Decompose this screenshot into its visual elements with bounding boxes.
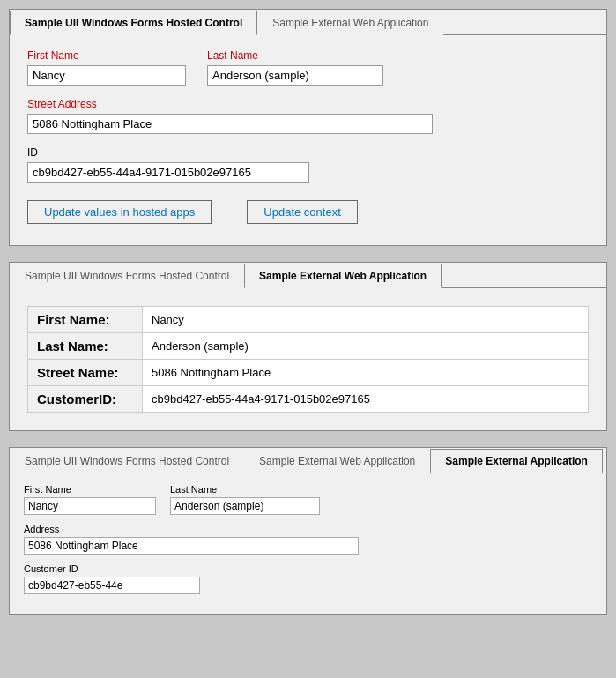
panel3-first-name-group: First Name [24,484,156,515]
tab-panel2-web-app[interactable]: Sample External Web Application [244,264,442,288]
update-context-button[interactable]: Update context [247,200,357,224]
panel3-last-name-group: Last Name [170,484,320,515]
panel2-last-name-label: Last Name: [28,333,143,360]
panel1-address-row: Street Address [27,98,589,134]
panel1-first-name-label: First Name [27,49,186,62]
panel1-id-row: ID [27,146,589,183]
panel3-last-name-input[interactable] [170,497,320,515]
panel2-content: First Name: Nancy Last Name: Anderson (s… [10,288,606,430]
panel3-customer-id-label: Customer ID [24,563,200,574]
panel3-customer-id-group: Customer ID [24,563,200,594]
update-hosted-button[interactable]: Update values in hosted apps [27,200,212,224]
tab-panel1-web-app[interactable]: Sample External Web Application [257,11,443,35]
table-row: First Name: Nancy [28,307,589,333]
panel3-address-row: Address [24,524,592,555]
panel1-first-name-group: First Name [27,49,186,86]
panel-3: Sample UII Windows Forms Hosted Control … [9,447,607,615]
panel2-customer-id-value: cb9bd427-eb55-44a4-9171-015b02e97165 [143,386,589,413]
panel1-street-address-input[interactable] [27,114,433,134]
panel3-address-group: Address [24,524,359,555]
panel2-first-name-label: First Name: [28,307,143,333]
panel1-content: First Name Last Name Street Address ID U… [10,35,606,245]
panel1-last-name-label: Last Name [207,49,383,62]
panel1-first-name-input[interactable] [27,65,186,86]
panel3-address-label: Address [24,524,359,534]
panel1-button-row: Update values in hosted apps Update cont… [27,200,589,224]
panel3-address-input[interactable] [24,537,359,555]
panel1-name-row: First Name Last Name [27,49,589,86]
panel3-last-name-label: Last Name [170,484,320,495]
panel2-last-name-value: Anderson (sample) [143,333,589,360]
panel2-tab-bar: Sample UII Windows Forms Hosted Control … [10,263,606,288]
panel3-tab-bar: Sample UII Windows Forms Hosted Control … [10,448,606,473]
panel1-id-label: ID [27,146,309,159]
tab-panel2-windows-forms[interactable]: Sample UII Windows Forms Hosted Control [10,264,244,288]
tab-panel1-windows-forms[interactable]: Sample UII Windows Forms Hosted Control [10,11,257,35]
tab-panel3-web-app[interactable]: Sample External Web Application [244,449,430,473]
panel3-name-row: First Name Last Name [24,484,592,515]
panel1-tab-bar: Sample UII Windows Forms Hosted Control … [10,10,606,35]
panel1-street-address-label: Street Address [27,98,433,110]
panel1-street-address-group: Street Address [27,98,433,134]
table-row: Last Name: Anderson (sample) [28,333,589,360]
table-row: Street Name: 5086 Nottingham Place [28,360,589,386]
panel3-customer-id-input[interactable] [24,577,200,594]
panel1-last-name-input[interactable] [207,65,383,86]
panel2-street-name-value: 5086 Nottingham Place [143,360,589,386]
panel2-street-name-label: Street Name: [28,360,143,386]
panel1-last-name-group: Last Name [207,49,383,86]
panel-2: Sample UII Windows Forms Hosted Control … [9,262,607,431]
panel2-first-name-value: Nancy [143,307,589,333]
panel3-first-name-label: First Name [24,484,156,495]
tab-panel3-external-app[interactable]: Sample External Application [430,449,603,473]
tab-panel3-windows-forms[interactable]: Sample UII Windows Forms Hosted Control [10,449,244,473]
panel-1: Sample UII Windows Forms Hosted Control … [9,9,607,246]
panel2-info-table: First Name: Nancy Last Name: Anderson (s… [27,306,589,413]
table-row: CustomerID: cb9bd427-eb55-44a4-9171-015b… [28,386,589,413]
panel3-id-row: Customer ID [24,563,592,594]
panel1-id-input[interactable] [27,162,309,183]
panel3-content: First Name Last Name Address Customer ID [10,473,606,614]
panel1-id-group: ID [27,146,309,183]
panel3-first-name-input[interactable] [24,497,156,515]
panel2-customer-id-label: CustomerID: [28,386,143,413]
